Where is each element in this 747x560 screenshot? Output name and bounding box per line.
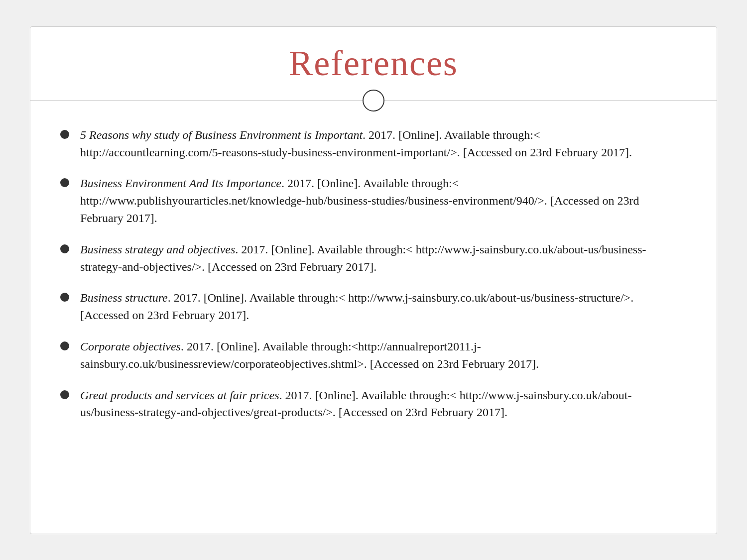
reference-text: Great products and services at fair pric…	[80, 387, 682, 422]
bullet-icon	[60, 293, 69, 302]
header-section: References	[30, 27, 717, 112]
bullet-icon	[60, 390, 69, 399]
list-item: Corporate objectives. 2017. [Online]. Av…	[60, 338, 682, 373]
list-item: Business structure. 2017. [Online]. Avai…	[60, 289, 682, 324]
content-section: 5 Reasons why study of Business Environm…	[30, 112, 717, 534]
reference-title: 5 Reasons why study of Business Environm…	[80, 128, 363, 141]
reference-text: Corporate objectives. 2017. [Online]. Av…	[80, 338, 682, 373]
reference-title: Corporate objectives	[80, 340, 181, 353]
references-list: 5 Reasons why study of Business Environm…	[60, 126, 682, 421]
bullet-icon	[60, 244, 69, 253]
page-title: References	[289, 42, 458, 85]
bullet-icon	[60, 341, 69, 350]
reference-text: Business strategy and objectives. 2017. …	[80, 241, 682, 276]
divider-circle	[363, 90, 384, 112]
reference-title: Business strategy and objectives	[80, 243, 235, 256]
bullet-icon	[60, 130, 69, 139]
reference-text: Business Environment And Its Importance.…	[80, 175, 682, 226]
list-item: Business Environment And Its Importance.…	[60, 175, 682, 226]
reference-title: Business Environment And Its Importance	[80, 177, 281, 190]
divider	[30, 90, 717, 112]
bullet-icon	[60, 178, 69, 187]
reference-title: Great products and services at fair pric…	[80, 389, 279, 402]
list-item: 5 Reasons why study of Business Environm…	[60, 126, 682, 161]
slide: References 5 Reasons why study of Busine…	[30, 26, 717, 534]
list-item: Great products and services at fair pric…	[60, 387, 682, 422]
list-item: Business strategy and objectives. 2017. …	[60, 241, 682, 276]
reference-text: 5 Reasons why study of Business Environm…	[80, 126, 682, 161]
reference-title: Business structure	[80, 291, 168, 304]
reference-text: Business structure. 2017. [Online]. Avai…	[80, 289, 682, 324]
